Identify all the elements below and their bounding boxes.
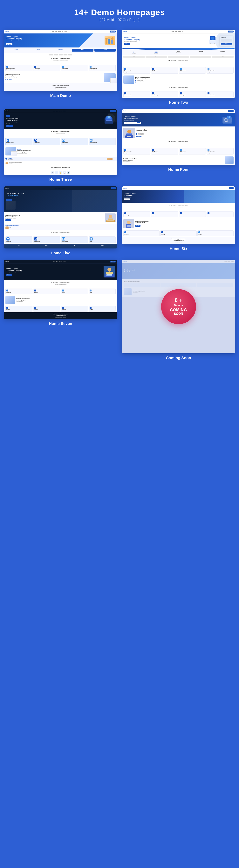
- svg-rect-4: [111, 39, 113, 44]
- svg-point-31: [229, 116, 230, 118]
- demo-item-home4[interactable]: Sallen Home About Services Contact Get Q…: [122, 110, 235, 182]
- mock-nav-main: Sallen Home About Services Blog Contact …: [4, 30, 117, 33]
- mock-nav-links: Home About Services Blog Contact: [52, 31, 67, 32]
- svg-point-55: [107, 268, 111, 272]
- mock-site-home4: Sallen Home About Services Contact Get Q…: [122, 110, 235, 165]
- svg-point-5: [111, 37, 113, 40]
- mock-section-provide: We provide IT & Business solutions Lorem…: [4, 56, 117, 64]
- svg-point-10: [210, 43, 211, 44]
- mock-logos: [4, 53, 117, 56]
- demo-label-home6: Home Six: [170, 247, 187, 251]
- mock-hero-h4: Powerful Digitalsolutions Company Lorem …: [122, 113, 235, 126]
- coming-soon-circle: 8 + Demos COMING SOON: [161, 289, 196, 324]
- demo-label-coming-soon: Coming Soon: [166, 356, 191, 360]
- page-header: 14+ Demo Homepages ( 07 Multi + 07 OnePa…: [4, 6, 235, 24]
- svg-rect-0: [105, 40, 107, 44]
- mock-logo: Sallen: [5, 31, 9, 32]
- coming-soon-text1: COMING: [170, 308, 187, 312]
- demo-item-main[interactable]: Sallen Home About Services Blog Contact …: [4, 30, 117, 105]
- coming-soon-container: Sallen Home About Services Creating a be…: [122, 260, 235, 353]
- svg-rect-44: [7, 239, 8, 239]
- demo-card-home5[interactable]: Sallen Home About Services Contact CREAT…: [4, 186, 117, 248]
- mock-site-home6: Sallen Home About Services Contact: [122, 186, 235, 244]
- svg-point-8: [211, 37, 214, 40]
- mock-two-col-main: We Help IT Companies ScaleEngineering Ca…: [4, 72, 117, 83]
- demo-label-home7: Home Seven: [49, 321, 72, 326]
- coming-soon-number: 8 +: [175, 298, 182, 303]
- mock-hero-main: Powerful DigitalIT solutions Company Lor…: [4, 33, 117, 48]
- demo-label-home3: Home Three: [49, 177, 72, 182]
- page-wrapper: 14+ Demo Homepages ( 07 Multi + 07 OnePa…: [0, 0, 239, 368]
- svg-rect-9: [211, 43, 214, 43]
- mock-hero-img: [105, 36, 115, 45]
- svg-rect-36: [127, 136, 131, 137]
- demo-card-home2[interactable]: Sallen Home About Services Blog Get Quot…: [122, 30, 235, 98]
- demo-label-home2: Home Two: [169, 100, 188, 105]
- mock-nav-h2: Sallen Home About Services Blog Get Quot…: [122, 30, 235, 33]
- demo-card-home4[interactable]: Sallen Home About Services Contact Get Q…: [122, 110, 235, 165]
- demo-card-coming-soon[interactable]: Sallen Home About Services Creating a be…: [122, 260, 235, 353]
- mock-site-home7: Sallen Home About Services Contact Get Q…: [4, 260, 117, 319]
- svg-rect-17: [106, 121, 110, 121]
- coming-soon-demos-label: Demos: [174, 304, 183, 307]
- demo-item-home6[interactable]: Sallen Home About Services Contact: [122, 186, 235, 255]
- page-subtitle: ( 07 Multi + 07 OnePage ): [4, 18, 235, 22]
- mock-hero-h6: Creating a betterIT solutions Lorem ipsu…: [122, 190, 235, 203]
- svg-rect-41: [106, 220, 114, 221]
- svg-rect-19: [7, 140, 9, 140]
- svg-point-15: [108, 116, 110, 118]
- demo-label-main: Main Demo: [50, 93, 71, 98]
- mock-nav-cta: Get Started: [110, 31, 115, 32]
- demos-grid: Sallen Home About Services Blog Contact …: [4, 30, 235, 360]
- page-title: 14+ Demo Homepages: [4, 8, 235, 17]
- svg-rect-49: [90, 237, 93, 241]
- mock-site-home3: Sallen Home About Services Contact Get S…: [4, 110, 117, 175]
- svg-point-1: [105, 38, 108, 40]
- mock-cards: Consulting StrategyLorem ipsum dolor Dat…: [4, 64, 117, 72]
- svg-rect-21: [34, 139, 37, 142]
- mock-site-home2: Sallen Home About Services Blog Get Quot…: [122, 30, 235, 98]
- demo-item-home7[interactable]: Sallen Home About Services Contact Get Q…: [4, 260, 117, 360]
- svg-rect-45: [34, 237, 37, 241]
- svg-rect-16: [106, 120, 112, 121]
- mock-bottom-cta: How we help of your BusinessGrow and suc…: [4, 83, 117, 91]
- mock-hero-h2: Powerful DigitalIT solutions Company Lor…: [122, 33, 235, 48]
- svg-point-33: [127, 130, 131, 133]
- demo-card-home6[interactable]: Sallen Home About Services Contact: [122, 186, 235, 244]
- mock-site-home5: Sallen Home About Services Contact CREAT…: [4, 186, 117, 248]
- svg-rect-59: [107, 275, 112, 276]
- svg-point-3: [108, 37, 110, 39]
- svg-rect-53: [127, 225, 131, 227]
- svg-point-51: [127, 221, 131, 224]
- mock-hero-text: Powerful DigitalIT solutions Company Lor…: [6, 36, 103, 45]
- demo-item-home5[interactable]: Sallen Home About Services Contact CREAT…: [4, 186, 117, 255]
- svg-rect-43: [7, 238, 9, 239]
- demo-label-home4: Home Four: [168, 167, 189, 172]
- svg-point-38: [109, 215, 112, 218]
- mock-stats: 875+Lorem Ipsum 100%Lorem Ipsum Software…: [4, 48, 117, 53]
- demo-item-home3[interactable]: Sallen Home About Services Contact Get S…: [4, 110, 117, 182]
- mock-site-main: Sallen Home About Services Blog Contact …: [4, 30, 117, 91]
- demo-card-main[interactable]: Sallen Home About Services Blog Contact …: [4, 30, 117, 91]
- demo-item-home2[interactable]: Sallen Home About Services Blog Get Quot…: [122, 30, 235, 105]
- svg-point-11: [214, 43, 215, 44]
- demo-card-home3[interactable]: Sallen Home About Services Contact Get S…: [4, 110, 117, 175]
- demo-item-coming-soon[interactable]: Sallen Home About Services Creating a be…: [122, 260, 235, 360]
- coming-soon-text2: SOON: [174, 312, 183, 316]
- demo-card-home7[interactable]: Sallen Home About Services Contact Get Q…: [4, 260, 117, 319]
- svg-rect-20: [7, 140, 8, 141]
- svg-rect-2: [108, 39, 110, 44]
- demo-label-home5: Home Five: [51, 251, 70, 255]
